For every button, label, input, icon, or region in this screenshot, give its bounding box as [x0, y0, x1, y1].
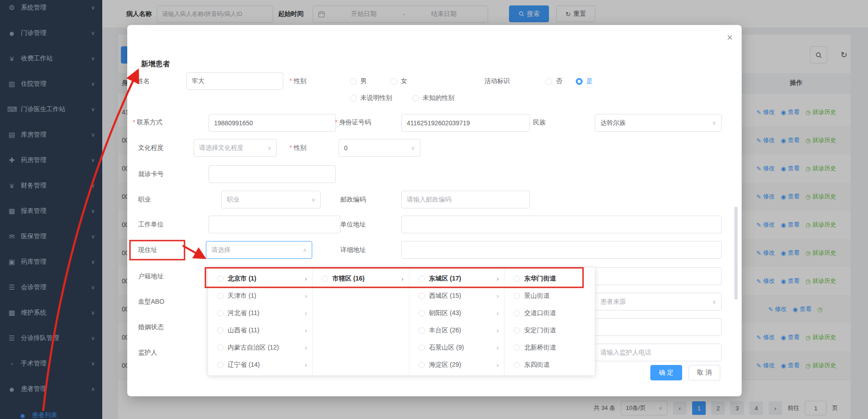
cascader-option-andingmen[interactable]: 安定门街道 [504, 322, 595, 339]
name-label: 姓名 [133, 77, 150, 85]
current-address-cascader-select[interactable]: 请选择∧ [206, 241, 312, 259]
gender-label: 性别 [289, 77, 306, 85]
gender2-label: 性别 [289, 144, 306, 152]
gender-radio-unstated[interactable]: 未说明性别 [350, 94, 392, 102]
radio-icon [514, 293, 520, 299]
guardian-phone-input[interactable]: 请输入监护人电话 [595, 344, 722, 361]
radio-icon [350, 78, 357, 85]
radio-icon [419, 276, 425, 282]
household-address-label: 户籍地址 [138, 272, 164, 281]
cascader-option-donghuamen[interactable]: 东华门街道 [504, 270, 595, 287]
chevron-right-icon: › [401, 275, 404, 282]
add-patient-dialog: 新增患者 × 姓名 牢大 性别 男 女 活动标识 否 是 未说明性别 未知的性别… [127, 25, 742, 396]
chevron-right-icon: › [497, 275, 499, 282]
dialog-title: 新增患者 [141, 59, 170, 69]
radio-icon [217, 345, 224, 351]
chevron-right-icon: › [305, 310, 307, 317]
cascader-option-tianjin[interactable]: 天津市 (1)› [208, 287, 312, 305]
cascader-option-hebei[interactable]: 河北省 (11)› [208, 305, 312, 322]
radio-icon [350, 95, 357, 102]
confirm-button[interactable]: 确 定 [650, 365, 682, 380]
gender-radio-unknown[interactable]: 未知的性别 [412, 94, 454, 102]
chevron-right-icon: › [305, 292, 307, 300]
visit-card-label: 就诊卡号 [138, 170, 164, 178]
name-input[interactable]: 牢大 [186, 72, 283, 90]
radio-icon [217, 362, 224, 368]
radio-icon [419, 310, 425, 316]
cascader-district-column: 东城区 (17)› 西城区 (15)› 朝阳区 (43)› 丰台区 (26)› … [409, 267, 505, 375]
cascader-option-fengtai[interactable]: 丰台区 (26)› [409, 322, 504, 339]
app-screen: ⚙系统管理∨ ☻门诊管理∨ ¥收费工作站∨ ▥住院管理∨ ⌨门诊医生工作站∨ ▤… [0, 0, 868, 419]
detail-address-label: 详细地址 [340, 246, 366, 254]
chevron-right-icon: › [497, 344, 499, 351]
chevron-down-icon: ∨ [709, 299, 716, 305]
cascader-option-chaoyang[interactable]: 朝阳区 (43)› [409, 305, 504, 322]
education-select[interactable]: 请选择文化程度∨ [194, 139, 277, 157]
cancel-button[interactable]: 取 消 [688, 365, 720, 380]
detail-address-input[interactable] [401, 241, 722, 259]
chevron-up-icon: ∧ [300, 247, 307, 253]
radio-icon [322, 276, 328, 282]
radio-icon [217, 276, 224, 282]
cascader-street-column: 东华门街道 景山街道 交道口街道 安定门街道 北新桥街道 东四街道 [504, 267, 595, 375]
gender2-select[interactable]: 0∨ [339, 139, 420, 157]
active-flag-label: 活动标识 [484, 77, 510, 85]
idcard-label: 身份证号码 [335, 118, 371, 127]
dialog-scrollbar[interactable] [734, 207, 738, 300]
cascader-province-column: 北京市 (1)› 天津市 (1)› 河北省 (11)› 山西省 (11)› 内蒙… [208, 267, 313, 375]
occupation-select[interactable]: 职业∨ [221, 191, 321, 208]
cascader-option-liaoning[interactable]: 辽宁省 (14)› [208, 356, 312, 374]
radio-icon [419, 327, 425, 334]
active-radio-yes[interactable]: 是 [576, 77, 593, 85]
patient-source-select[interactable]: 患者来源∨ [595, 293, 722, 311]
radio-icon [514, 276, 520, 282]
marital-status-label: 婚姻状态 [138, 323, 164, 331]
cascader-option-shanxi[interactable]: 山西省 (11)› [208, 322, 312, 339]
contact-label: 联系方式 [133, 118, 162, 127]
radio-icon [390, 78, 397, 85]
ethnic-select[interactable]: 达斡尔族∨ [595, 114, 722, 132]
radio-icon [217, 310, 224, 316]
active-radio-no[interactable]: 否 [545, 77, 562, 85]
chevron-right-icon: › [497, 292, 499, 300]
gender-radio-female[interactable]: 女 [390, 77, 407, 85]
radio-icon [419, 345, 425, 351]
chevron-right-icon: › [305, 361, 307, 369]
cascader-option-shixiaqu[interactable]: 市辖区 (16)› [313, 270, 409, 287]
chevron-right-icon: › [305, 344, 307, 351]
cascader-option-neimenggu[interactable]: 内蒙古自治区 (12)› [208, 339, 312, 356]
blood-type-label: 血型ABO [138, 298, 165, 306]
address-cascader-dropdown: 北京市 (1)› 天津市 (1)› 河北省 (11)› 山西省 (11)› 内蒙… [208, 267, 595, 376]
cascader-option-beijing[interactable]: 北京市 (1)› [208, 270, 312, 287]
cascader-option-dongsi[interactable]: 东四街道 [504, 356, 595, 374]
contact-input[interactable]: 19880991650 [209, 114, 336, 132]
company-input[interactable] [209, 216, 340, 233]
company-address-label: 单位地址 [340, 221, 366, 229]
cascader-option-haidian[interactable]: 海淀区 (29)› [409, 356, 504, 374]
postal-input[interactable]: 请输入邮政编码 [401, 191, 530, 208]
occupation-label: 职业 [138, 196, 151, 204]
radio-icon [514, 327, 520, 334]
cascader-option-shijingshan[interactable]: 石景山区 (9)› [409, 339, 504, 356]
chevron-right-icon: › [497, 327, 499, 334]
radio-icon [217, 327, 224, 334]
cascader-option-beixinqiao[interactable]: 北新桥街道 [504, 339, 595, 356]
cascader-option-xicheng[interactable]: 西城区 (15)› [409, 287, 504, 305]
visit-card-input[interactable] [209, 165, 336, 183]
postal-label: 邮政编码 [340, 196, 366, 204]
guardian-label: 监护人 [138, 349, 157, 357]
chevron-right-icon: › [497, 310, 499, 317]
idcard-input[interactable]: 411625192602039719 [401, 114, 530, 132]
education-label: 文化程度 [138, 144, 164, 152]
cascader-city-column: 市辖区 (16)› [313, 267, 409, 375]
radio-icon [545, 78, 552, 85]
chevron-down-icon: ∨ [709, 120, 716, 126]
current-address-label: 现住址 [138, 246, 157, 254]
close-icon[interactable]: × [723, 31, 736, 44]
cascader-option-jingshan[interactable]: 景山街道 [504, 287, 595, 305]
cascader-option-jiaodaokou[interactable]: 交道口街道 [504, 305, 595, 322]
chevron-right-icon: › [305, 327, 307, 334]
gender-radio-male[interactable]: 男 [350, 77, 367, 85]
cascader-option-dongcheng[interactable]: 东城区 (17)› [409, 270, 504, 287]
company-address-input[interactable] [401, 216, 722, 233]
